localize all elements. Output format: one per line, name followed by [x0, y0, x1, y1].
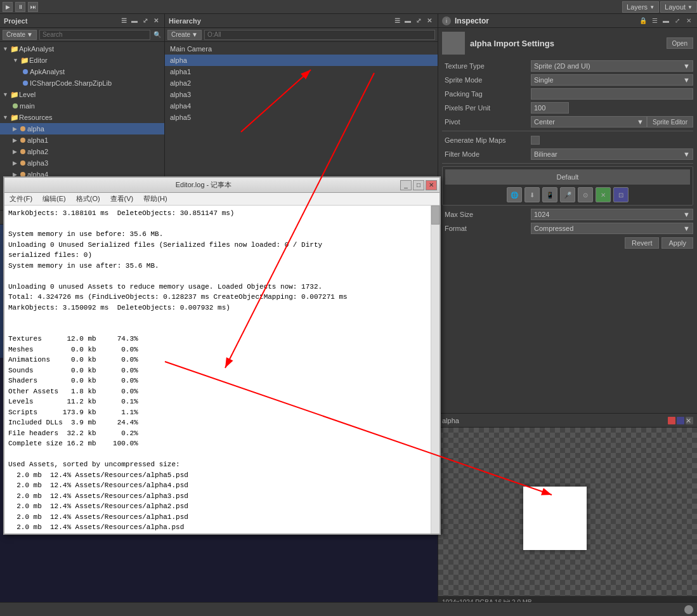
notepad-text-area[interactable]: MarkObjects: 3.188101 ms DeleteObjects: …	[4, 206, 431, 534]
inspector-expand-icon[interactable]: ⤢	[673, 16, 682, 25]
platform-mic-icon[interactable]: 🎤	[560, 187, 575, 202]
tree-item[interactable]: ▶ alpha1	[0, 134, 164, 146]
folder-icon: 📁	[10, 45, 19, 53]
tree-item[interactable]: ▼ 📁 Resources	[0, 112, 164, 123]
project-close-icon[interactable]: ✕	[152, 16, 160, 25]
pivot-row: Pivot Center ▼ Sprite Editor	[442, 115, 693, 128]
platform-vr-icon[interactable]: ⊙	[578, 187, 593, 202]
top-right-controls: Layers ▼ Layout ▼	[622, 0, 697, 14]
notepad-scrollbar[interactable]	[431, 206, 440, 534]
asset-import-title: alpha Import Settings	[470, 39, 554, 48]
apply-button[interactable]: Apply	[661, 237, 693, 249]
tree-item[interactable]: main	[0, 100, 164, 112]
pause-button[interactable]: ⏸	[15, 2, 25, 12]
project-header-icons: ☰ ▬ ⤢ ✕	[119, 16, 160, 25]
sprite-mode-dropdown[interactable]: Single ▼	[531, 74, 693, 86]
packing-tag-input[interactable]	[531, 88, 693, 100]
mip-maps-checkbox[interactable]	[531, 136, 540, 145]
platform-other-icon[interactable]: ⊡	[613, 187, 629, 202]
open-button[interactable]: Open	[667, 37, 693, 49]
inspector-header-icons: 🔒 ☰ ▬ ⤢ ✕	[639, 16, 693, 25]
notepad-view-menu[interactable]: 查看(V)	[108, 194, 136, 204]
tree-item[interactable]: ▶ alpha2	[0, 146, 164, 157]
platform-mobile-icon[interactable]: 📱	[542, 187, 557, 202]
tree-arrow-icon: ▶	[13, 148, 20, 155]
notepad-minimize-button[interactable]: _	[400, 180, 412, 190]
project-expand-icon[interactable]: ⤢	[141, 16, 150, 25]
layers-dropdown[interactable]: Layers ▼	[622, 1, 659, 13]
hierarchy-item-alpha2[interactable]: alpha2	[165, 77, 438, 89]
texture-type-label: Texture Type	[442, 62, 531, 70]
packing-tag-label: Packing Tag	[442, 90, 531, 98]
tree-item[interactable]: ApkAnalyst	[0, 66, 164, 77]
preview-area: alpha ✕ 1024x1024 RGBA 16 bit 2.0 MB	[438, 413, 697, 616]
script-icon	[23, 81, 28, 86]
tree-item[interactable]: ICSharpCode.SharpZipLib	[0, 77, 164, 89]
hierarchy-item-alpha[interactable]: alpha	[165, 55, 438, 66]
scrollbar-thumb[interactable]	[431, 206, 440, 225]
tree-item-alpha[interactable]: ▶ alpha	[0, 123, 164, 134]
inspector-collapse-icon[interactable]: ▬	[661, 16, 670, 25]
hierarchy-item-alpha3[interactable]: alpha3	[165, 89, 438, 100]
texture-icon	[20, 138, 25, 143]
hierarchy-expand-icon[interactable]: ⤢	[414, 16, 423, 25]
platform-download-icon[interactable]: ⬇	[524, 187, 540, 202]
inspector-lock-icon[interactable]: 🔒	[639, 16, 648, 25]
unity-icon[interactable]	[684, 605, 693, 614]
platform-xbox-icon[interactable]: ✕	[596, 187, 611, 202]
sprite-editor-button[interactable]: Sprite Editor	[647, 116, 693, 128]
hierarchy-item-main-camera[interactable]: Main Camera	[165, 43, 438, 55]
preview-title: alpha	[442, 417, 459, 424]
format-dropdown[interactable]: Compressed ▼	[531, 223, 693, 234]
scene-icon	[13, 103, 18, 108]
hierarchy-item-alpha5[interactable]: alpha5	[165, 112, 438, 123]
preview-color-icon[interactable]	[668, 417, 675, 424]
hierarchy-close-icon[interactable]: ✕	[425, 16, 434, 25]
preview-alpha-icon[interactable]	[677, 417, 684, 424]
tree-arrow-icon: ▼	[13, 57, 20, 63]
tree-arrow-icon: ▼	[3, 91, 10, 98]
hierarchy-menu-icon[interactable]: ☰	[393, 16, 401, 25]
inspector-menu-icon[interactable]: ☰	[650, 16, 659, 25]
layout-dropdown[interactable]: Layout ▼	[660, 1, 697, 13]
tree-item[interactable]: ▼ 📁 Level	[0, 89, 164, 100]
mip-maps-row: Generate Mip Maps	[442, 134, 693, 147]
hierarchy-item-alpha1[interactable]: alpha1	[165, 66, 438, 77]
notepad-file-menu[interactable]: 文件(F)	[7, 194, 35, 204]
project-search-input[interactable]	[39, 30, 150, 40]
search-icon[interactable]: 🔍	[153, 30, 162, 39]
tree-item[interactable]: ▼ 📁 ApkAnalyst	[0, 43, 164, 55]
tree-item[interactable]: ▼ 📁 Editor	[0, 55, 164, 66]
hierarchy-item-alpha4[interactable]: alpha4	[165, 100, 438, 112]
hierarchy-search-input[interactable]	[204, 30, 435, 40]
filter-mode-dropdown[interactable]: Bilinear ▼	[531, 148, 693, 160]
project-menu-icon[interactable]: ☰	[119, 16, 128, 25]
pivot-value: Center ▼ Sprite Editor	[531, 116, 693, 128]
hierarchy-create-button[interactable]: Create ▼	[167, 30, 202, 40]
pivot-dropdown[interactable]: Center ▼	[531, 116, 647, 128]
pixels-per-unit-input[interactable]	[531, 102, 569, 114]
play-button[interactable]: ▶	[3, 2, 13, 12]
folder-icon: 📁	[10, 114, 19, 122]
format-row: Format Compressed ▼	[442, 222, 693, 235]
notepad-edit-menu[interactable]: 编辑(E)	[40, 194, 68, 204]
tree-item[interactable]: ▶ alpha3	[0, 157, 164, 169]
default-platforms: Default 🌐 ⬇ 📱 🎤 ⊙ ✕ ⊡	[442, 166, 693, 206]
step-button[interactable]: ⏭	[28, 2, 38, 12]
notepad-help-menu[interactable]: 帮助(H)	[141, 194, 169, 204]
inspector-close-icon[interactable]: ✕	[684, 16, 693, 25]
platform-web-icon[interactable]: 🌐	[507, 187, 522, 202]
project-toolbar: Create ▼ 🔍	[0, 28, 164, 42]
texture-type-dropdown[interactable]: Sprite (2D and UI) ▼	[531, 60, 693, 72]
notepad-close-button[interactable]: ✕	[426, 180, 437, 190]
max-size-dropdown[interactable]: 1024 ▼	[531, 209, 693, 220]
notepad-maximize-button[interactable]: □	[413, 180, 424, 190]
project-create-button[interactable]: Create ▼	[3, 30, 37, 40]
hierarchy-collapse-icon[interactable]: ▬	[403, 16, 412, 25]
project-collapse-icon[interactable]: ▬	[130, 16, 139, 25]
preview-close-icon[interactable]: ✕	[686, 417, 693, 424]
folder-icon: 📁	[10, 91, 19, 99]
revert-button[interactable]: Revert	[625, 237, 659, 249]
notepad-format-menu[interactable]: 格式(O)	[74, 194, 103, 204]
bottom-bar	[0, 602, 697, 616]
